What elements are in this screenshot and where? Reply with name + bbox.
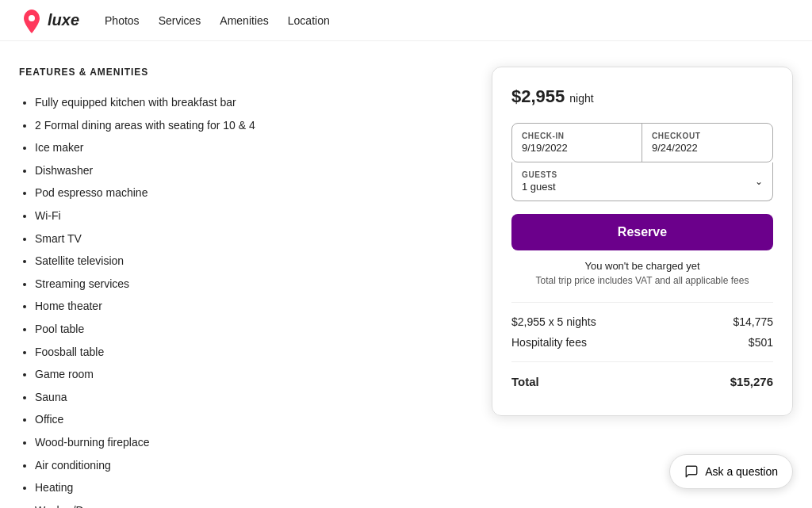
no-charge-text: You won't be charged yet: [511, 260, 773, 272]
list-item: Satellite television: [35, 250, 428, 272]
guests-value: 1 guest: [522, 181, 557, 193]
guests-label: GUESTS: [522, 170, 557, 179]
navbar: luxe Photos Services Amenities Location: [0, 0, 812, 41]
amenities-list: Fully equipped kitchen with breakfast ba…: [19, 92, 428, 508]
list-item: Heating: [35, 477, 428, 498]
guests-left: GUESTS 1 guest: [522, 170, 557, 193]
divider-2: [511, 361, 773, 362]
guests-row[interactable]: GUESTS 1 guest ⌄: [511, 162, 773, 201]
checkout-value: 9/24/2022: [652, 142, 763, 154]
logo-text: luxe: [48, 11, 79, 29]
list-item: Office: [35, 409, 428, 430]
left-column: FEATURES & AMENITIES Fully equipped kitc…: [19, 67, 428, 508]
list-item: Foosball table: [35, 342, 428, 363]
checkout-label: CHECKOUT: [652, 132, 763, 140]
list-item: Pool table: [35, 319, 428, 340]
chevron-down-icon: ⌄: [755, 176, 763, 187]
nav-location[interactable]: Location: [288, 14, 330, 27]
ask-question-button[interactable]: Ask a question: [669, 454, 793, 489]
reserve-button[interactable]: Reserve: [511, 214, 773, 250]
list-item: Game room: [35, 364, 428, 385]
nav-amenities[interactable]: Amenities: [220, 14, 268, 27]
chat-icon: [684, 464, 699, 479]
list-item: Pod espresso machine: [35, 182, 428, 204]
list-item: Wood-burning fireplace: [35, 432, 428, 453]
list-item: Home theater: [35, 296, 428, 317]
hospitality-label: Hospitality fees: [511, 336, 587, 349]
main-content: FEATURES & AMENITIES Fully equipped kitc…: [0, 41, 812, 508]
total-row: Total $15,276: [511, 375, 773, 388]
booking-card: $2,955 night CHECK-IN 9/19/2022 CHECKOUT…: [492, 67, 793, 416]
fee-nights-row: $2,955 x 5 nights $14,775: [511, 315, 773, 328]
list-item: Fully equipped kitchen with breakfast ba…: [35, 92, 428, 113]
date-grid: CHECK-IN 9/19/2022 CHECKOUT 9/24/2022: [511, 123, 773, 162]
fee-nights-label: $2,955 x 5 nights: [511, 315, 596, 328]
list-item: Smart TV: [35, 228, 428, 250]
nav-photos[interactable]: Photos: [105, 14, 140, 27]
price-per-night: night: [569, 92, 593, 105]
ask-question-label: Ask a question: [705, 465, 778, 478]
total-label: Total: [511, 375, 539, 388]
price-amount: $2,955: [511, 86, 565, 107]
features-section-title: FEATURES & AMENITIES: [19, 67, 428, 78]
hospitality-value: $501: [749, 336, 773, 349]
list-item: Streaming services: [35, 273, 428, 295]
logo[interactable]: luxe: [19, 8, 79, 33]
list-item: Sauna: [35, 387, 428, 408]
fee-nights-value: $14,775: [733, 315, 773, 328]
list-item: Ice maker: [35, 137, 428, 159]
nav-links: Photos Services Amenities Location: [105, 14, 330, 27]
vat-note: Total trip price includes VAT and all ap…: [511, 275, 773, 286]
airbnb-logo-icon: [19, 8, 44, 33]
checkin-label: CHECK-IN: [522, 132, 632, 140]
list-item: 2 Formal dining areas with seating for 1…: [35, 115, 428, 136]
list-item: Washer/Dryer: [35, 500, 428, 508]
divider: [511, 302, 773, 303]
nav-services[interactable]: Services: [159, 14, 201, 27]
hospitality-row: Hospitality fees $501: [511, 336, 773, 349]
checkin-cell[interactable]: CHECK-IN 9/19/2022: [512, 124, 642, 162]
checkout-cell[interactable]: CHECKOUT 9/24/2022: [642, 124, 772, 162]
list-item: Wi-Fi: [35, 205, 428, 227]
list-item: Air conditioning: [35, 455, 428, 476]
total-value: $15,276: [730, 375, 773, 388]
price-row: $2,955 night: [511, 86, 773, 107]
checkin-value: 9/19/2022: [522, 142, 632, 154]
list-item: Dishwasher: [35, 160, 428, 181]
